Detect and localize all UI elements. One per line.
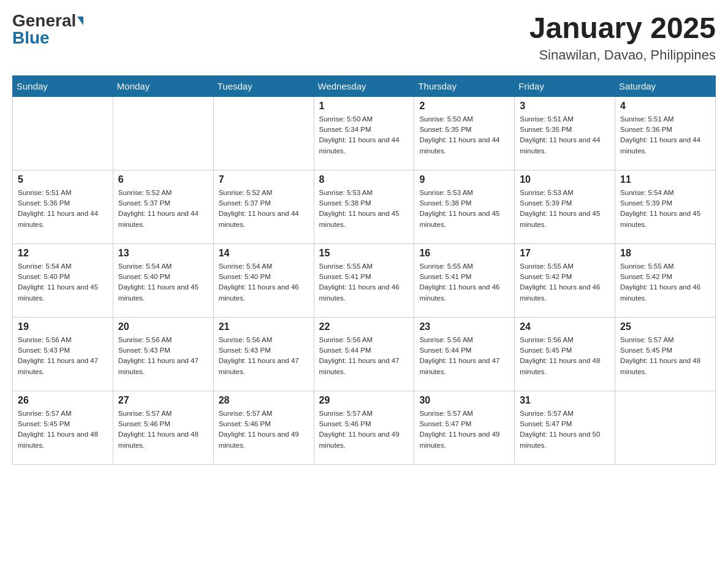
day-number: 22 <box>319 321 409 332</box>
calendar-cell <box>113 96 213 170</box>
calendar-cell: 26Sunrise: 5:57 AMSunset: 5:45 PMDayligh… <box>13 391 113 464</box>
calendar-header-wednesday: Wednesday <box>314 75 414 96</box>
calendar-week-row: 1Sunrise: 5:50 AMSunset: 5:34 PMDaylight… <box>13 96 716 170</box>
calendar-cell: 4Sunrise: 5:51 AMSunset: 5:36 PMDaylight… <box>615 96 716 170</box>
calendar-header-thursday: Thursday <box>414 75 515 96</box>
calendar-cell: 28Sunrise: 5:57 AMSunset: 5:46 PMDayligh… <box>213 391 314 464</box>
day-info: Sunrise: 5:51 AMSunset: 5:35 PMDaylight:… <box>520 114 610 156</box>
calendar-cell: 2Sunrise: 5:50 AMSunset: 5:35 PMDaylight… <box>414 96 515 170</box>
calendar-cell: 30Sunrise: 5:57 AMSunset: 5:47 PMDayligh… <box>414 391 515 464</box>
calendar-week-row: 19Sunrise: 5:56 AMSunset: 5:43 PMDayligh… <box>13 317 716 391</box>
title-section: January 2025 Sinawilan, Davao, Philippin… <box>529 12 716 63</box>
calendar-cell: 11Sunrise: 5:54 AMSunset: 5:39 PMDayligh… <box>615 170 716 243</box>
day-number: 13 <box>118 248 208 259</box>
day-number: 8 <box>319 174 409 185</box>
calendar-cell: 8Sunrise: 5:53 AMSunset: 5:38 PMDaylight… <box>314 170 414 243</box>
day-number: 29 <box>319 395 409 406</box>
month-title: January 2025 <box>529 12 716 45</box>
day-info: Sunrise: 5:57 AMSunset: 5:46 PMDaylight:… <box>219 408 309 451</box>
day-number: 17 <box>520 248 610 259</box>
calendar-cell: 5Sunrise: 5:51 AMSunset: 5:36 PMDaylight… <box>13 170 113 243</box>
day-info: Sunrise: 5:55 AMSunset: 5:42 PMDaylight:… <box>520 261 610 304</box>
calendar-week-row: 12Sunrise: 5:54 AMSunset: 5:40 PMDayligh… <box>13 243 716 317</box>
day-number: 24 <box>520 321 610 332</box>
day-number: 19 <box>18 321 108 332</box>
day-info: Sunrise: 5:54 AMSunset: 5:40 PMDaylight:… <box>118 261 208 304</box>
day-info: Sunrise: 5:56 AMSunset: 5:44 PMDaylight:… <box>419 335 509 377</box>
calendar-cell: 18Sunrise: 5:55 AMSunset: 5:42 PMDayligh… <box>615 243 716 317</box>
location-title: Sinawilan, Davao, Philippines <box>529 47 716 63</box>
day-info: Sunrise: 5:57 AMSunset: 5:47 PMDaylight:… <box>520 408 610 451</box>
calendar-cell: 7Sunrise: 5:52 AMSunset: 5:37 PMDaylight… <box>213 170 314 243</box>
calendar-cell: 16Sunrise: 5:55 AMSunset: 5:41 PMDayligh… <box>414 243 515 317</box>
calendar-cell: 31Sunrise: 5:57 AMSunset: 5:47 PMDayligh… <box>515 391 615 464</box>
day-info: Sunrise: 5:56 AMSunset: 5:43 PMDaylight:… <box>118 335 208 377</box>
day-number: 25 <box>620 321 710 332</box>
day-number: 4 <box>620 101 710 112</box>
day-number: 15 <box>319 248 409 259</box>
day-info: Sunrise: 5:53 AMSunset: 5:39 PMDaylight:… <box>520 188 610 230</box>
day-info: Sunrise: 5:57 AMSunset: 5:46 PMDaylight:… <box>319 408 409 451</box>
calendar-cell: 19Sunrise: 5:56 AMSunset: 5:43 PMDayligh… <box>13 317 113 391</box>
day-info: Sunrise: 5:55 AMSunset: 5:41 PMDaylight:… <box>419 261 509 304</box>
day-info: Sunrise: 5:57 AMSunset: 5:45 PMDaylight:… <box>620 335 710 377</box>
day-info: Sunrise: 5:56 AMSunset: 5:43 PMDaylight:… <box>18 335 108 377</box>
day-info: Sunrise: 5:51 AMSunset: 5:36 PMDaylight:… <box>18 188 108 230</box>
calendar-cell <box>13 96 113 170</box>
calendar-header-saturday: Saturday <box>615 75 716 96</box>
day-info: Sunrise: 5:50 AMSunset: 5:34 PMDaylight:… <box>319 114 409 156</box>
calendar-cell <box>213 96 314 170</box>
day-info: Sunrise: 5:57 AMSunset: 5:45 PMDaylight:… <box>18 408 108 451</box>
day-info: Sunrise: 5:54 AMSunset: 5:40 PMDaylight:… <box>219 261 309 304</box>
day-number: 1 <box>319 101 409 112</box>
calendar-cell: 3Sunrise: 5:51 AMSunset: 5:35 PMDaylight… <box>515 96 615 170</box>
calendar-header-tuesday: Tuesday <box>213 75 314 96</box>
page-header: General Blue January 2025 Sinawilan, Dav… <box>12 12 716 63</box>
calendar-cell: 21Sunrise: 5:56 AMSunset: 5:43 PMDayligh… <box>213 317 314 391</box>
day-number: 20 <box>118 321 208 332</box>
calendar-week-row: 5Sunrise: 5:51 AMSunset: 5:36 PMDaylight… <box>13 170 716 243</box>
day-info: Sunrise: 5:51 AMSunset: 5:36 PMDaylight:… <box>620 114 710 156</box>
calendar-cell: 9Sunrise: 5:53 AMSunset: 5:38 PMDaylight… <box>414 170 515 243</box>
day-number: 27 <box>118 395 208 406</box>
day-number: 16 <box>419 248 509 259</box>
day-number: 21 <box>219 321 309 332</box>
calendar-cell: 27Sunrise: 5:57 AMSunset: 5:46 PMDayligh… <box>113 391 213 464</box>
day-number: 28 <box>219 395 309 406</box>
logo: General Blue <box>12 12 83 47</box>
calendar-header-row: SundayMondayTuesdayWednesdayThursdayFrid… <box>13 75 716 96</box>
calendar-cell: 10Sunrise: 5:53 AMSunset: 5:39 PMDayligh… <box>515 170 615 243</box>
calendar-cell: 20Sunrise: 5:56 AMSunset: 5:43 PMDayligh… <box>113 317 213 391</box>
calendar-cell: 17Sunrise: 5:55 AMSunset: 5:42 PMDayligh… <box>515 243 615 317</box>
day-number: 9 <box>419 174 509 185</box>
day-info: Sunrise: 5:57 AMSunset: 5:46 PMDaylight:… <box>118 408 208 451</box>
logo-blue-text: Blue <box>12 29 50 47</box>
day-number: 5 <box>18 174 108 185</box>
calendar-header-monday: Monday <box>113 75 213 96</box>
calendar-cell: 12Sunrise: 5:54 AMSunset: 5:40 PMDayligh… <box>13 243 113 317</box>
calendar-table: SundayMondayTuesdayWednesdayThursdayFrid… <box>12 75 716 465</box>
logo-general-text: General <box>12 12 76 29</box>
day-info: Sunrise: 5:56 AMSunset: 5:45 PMDaylight:… <box>520 335 610 377</box>
day-info: Sunrise: 5:50 AMSunset: 5:35 PMDaylight:… <box>419 114 509 156</box>
day-number: 18 <box>620 248 710 259</box>
day-info: Sunrise: 5:53 AMSunset: 5:38 PMDaylight:… <box>319 188 409 230</box>
day-number: 14 <box>219 248 309 259</box>
calendar-cell: 13Sunrise: 5:54 AMSunset: 5:40 PMDayligh… <box>113 243 213 317</box>
calendar-header-sunday: Sunday <box>13 75 113 96</box>
day-info: Sunrise: 5:57 AMSunset: 5:47 PMDaylight:… <box>419 408 509 451</box>
calendar-cell: 24Sunrise: 5:56 AMSunset: 5:45 PMDayligh… <box>515 317 615 391</box>
calendar-cell: 29Sunrise: 5:57 AMSunset: 5:46 PMDayligh… <box>314 391 414 464</box>
day-number: 7 <box>219 174 309 185</box>
day-info: Sunrise: 5:55 AMSunset: 5:42 PMDaylight:… <box>620 261 710 304</box>
day-info: Sunrise: 5:52 AMSunset: 5:37 PMDaylight:… <box>219 188 309 230</box>
day-info: Sunrise: 5:52 AMSunset: 5:37 PMDaylight:… <box>118 188 208 230</box>
day-number: 3 <box>520 101 610 112</box>
day-number: 10 <box>520 174 610 185</box>
day-number: 23 <box>419 321 509 332</box>
day-info: Sunrise: 5:54 AMSunset: 5:40 PMDaylight:… <box>18 261 108 304</box>
day-number: 12 <box>18 248 108 259</box>
day-number: 31 <box>520 395 610 406</box>
day-info: Sunrise: 5:56 AMSunset: 5:44 PMDaylight:… <box>319 335 409 377</box>
calendar-week-row: 26Sunrise: 5:57 AMSunset: 5:45 PMDayligh… <box>13 391 716 464</box>
